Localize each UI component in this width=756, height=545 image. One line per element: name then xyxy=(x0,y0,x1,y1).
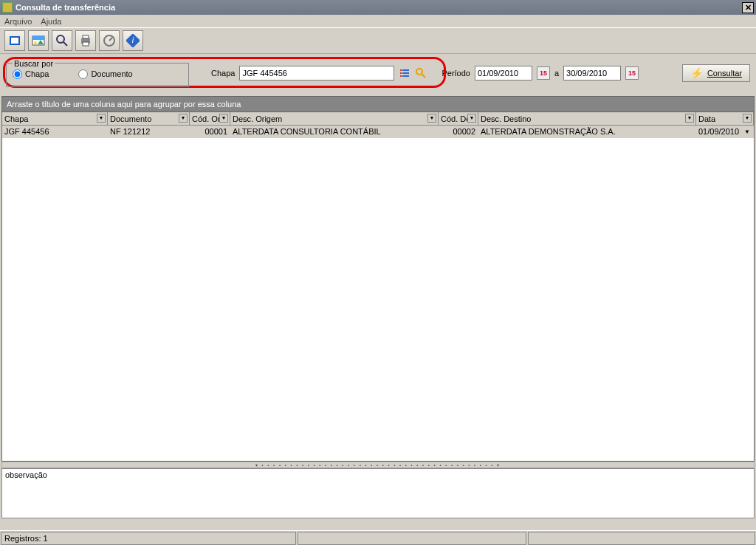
svg-rect-10 xyxy=(83,42,89,46)
svg-rect-17 xyxy=(400,72,402,74)
calendar-from-icon[interactable]: 15 xyxy=(537,66,550,80)
search-panel: Buscar por Chapa Documento Chapa Período… xyxy=(0,53,756,92)
radio-chapa-label[interactable]: Chapa xyxy=(13,69,49,79)
status-registros: Registros: 1 xyxy=(1,532,296,545)
chevron-down-icon[interactable]: ▼ xyxy=(744,128,750,135)
chevron-down-icon[interactable]: ▼ xyxy=(467,114,476,123)
svg-rect-16 xyxy=(402,69,409,71)
toolbar: i xyxy=(0,28,756,53)
col-header-chapa[interactable]: Chapa▼ xyxy=(2,112,108,125)
svg-point-21 xyxy=(416,69,422,75)
svg-rect-3 xyxy=(32,36,44,40)
radio-documento[interactable] xyxy=(78,69,88,79)
chevron-down-icon[interactable]: ▼ xyxy=(743,114,752,123)
table-row[interactable]: JGF 445456 NF 121212 00001 ALTERDATA CON… xyxy=(2,126,754,138)
cell-documento: NF 121212 xyxy=(108,126,190,137)
cell-chapa: JGF 445456 xyxy=(2,126,108,137)
search-icon[interactable] xyxy=(415,67,427,79)
svg-rect-20 xyxy=(402,75,409,77)
buscar-por-legend: Buscar por xyxy=(13,59,55,68)
list-icon[interactable] xyxy=(399,67,410,79)
col-header-cod-destino[interactable]: Cód. De▼ xyxy=(439,112,478,125)
svg-line-12 xyxy=(109,38,112,41)
chevron-down-icon[interactable]: ▼ xyxy=(219,114,228,123)
chapa-input[interactable] xyxy=(239,66,394,80)
date-separator: a xyxy=(554,69,559,78)
col-header-desc-destino[interactable]: Desc. Destino▼ xyxy=(478,112,696,125)
svg-line-7 xyxy=(63,42,67,46)
consultar-button[interactable]: ⚡ Consultar xyxy=(682,64,750,82)
cell-cod-destino: 00002 xyxy=(439,126,478,137)
group-by-bar[interactable]: Arraste o título de uma coluna aqui para… xyxy=(1,96,755,112)
bolt-icon: ⚡ xyxy=(690,67,703,79)
svg-rect-19 xyxy=(400,75,402,77)
col-header-desc-origem[interactable]: Desc. Origem▼ xyxy=(230,112,439,125)
menu-ajuda[interactable]: Ajuda xyxy=(41,17,61,26)
cell-desc-origem: ALTERDATA CONSULTORIA CONTÁBIL xyxy=(230,126,439,137)
close-button[interactable]: ✕ xyxy=(742,2,754,13)
app-icon xyxy=(2,2,13,13)
toolbar-info-button[interactable]: i xyxy=(123,30,143,51)
chevron-down-icon[interactable]: ▼ xyxy=(685,114,694,123)
calendar-to-icon[interactable]: 15 xyxy=(625,66,639,80)
grid-header: Chapa▼ Documento▼ Cód. Or▼ Desc. Origem▼… xyxy=(2,112,754,126)
svg-point-6 xyxy=(57,35,64,43)
status-mid xyxy=(298,532,526,545)
periodo-label: Período xyxy=(441,69,470,78)
svg-rect-18 xyxy=(402,72,409,74)
svg-rect-1 xyxy=(11,38,18,44)
toolbar-print-button[interactable] xyxy=(75,30,96,51)
observation-panel: observação xyxy=(1,468,755,518)
col-header-documento[interactable]: Documento▼ xyxy=(108,112,190,125)
title-bar: Consulta de transferência ✕ xyxy=(0,0,756,15)
col-header-data[interactable]: Data▼ xyxy=(696,112,754,125)
chevron-down-icon[interactable]: ▼ xyxy=(427,114,436,123)
window-title: Consulta de transferência xyxy=(16,3,742,12)
grid-body[interactable]: JGF 445456 NF 121212 00001 ALTERDATA CON… xyxy=(2,126,754,461)
toolbar-search-button[interactable] xyxy=(52,30,72,51)
svg-point-4 xyxy=(34,41,37,44)
col-header-cod-origem[interactable]: Cód. Or▼ xyxy=(190,112,230,125)
toolbar-new-button[interactable] xyxy=(4,30,25,51)
status-bar: Registros: 1 xyxy=(0,530,756,545)
chevron-down-icon[interactable]: ▼ xyxy=(97,114,106,123)
observation-label: observação xyxy=(5,470,47,479)
chapa-label: Chapa xyxy=(211,69,235,78)
menu-bar: Arquivo Ajuda xyxy=(0,15,756,28)
buscar-por-group: Buscar por Chapa Documento xyxy=(6,59,189,87)
svg-rect-9 xyxy=(83,35,89,38)
status-right xyxy=(528,532,755,545)
svg-rect-15 xyxy=(400,69,402,71)
splitter-handle[interactable]: ▾ • • • • • • • • • • • • • • • • • • • … xyxy=(1,462,755,468)
results-grid: Chapa▼ Documento▼ Cód. Or▼ Desc. Origem▼… xyxy=(1,112,755,462)
radio-documento-label[interactable]: Documento xyxy=(78,69,132,79)
toolbar-gauge-button[interactable] xyxy=(99,30,120,51)
cell-data: 01/09/2010▼ xyxy=(696,126,754,137)
toolbar-image-button[interactable] xyxy=(28,30,49,51)
date-from-input[interactable] xyxy=(475,66,532,80)
radio-chapa[interactable] xyxy=(13,69,22,79)
svg-line-22 xyxy=(422,74,425,78)
chevron-down-icon[interactable]: ▼ xyxy=(179,114,188,123)
menu-arquivo[interactable]: Arquivo xyxy=(4,17,32,26)
cell-desc-destino: ALTERDATA DEMONSTRAÇÃO S.A. xyxy=(478,126,696,137)
date-to-input[interactable] xyxy=(563,66,621,80)
cell-cod-origem: 00001 xyxy=(190,126,230,137)
